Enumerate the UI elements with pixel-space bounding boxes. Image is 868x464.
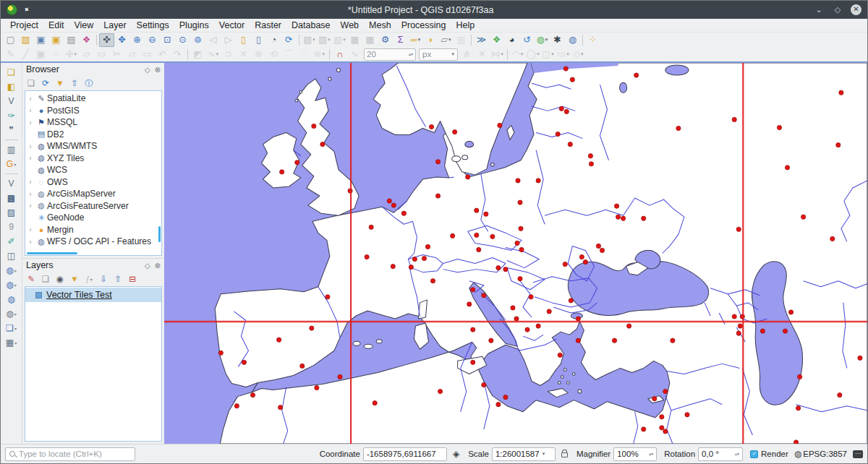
add-geopackage-layer-button[interactable]: G▾	[4, 157, 20, 171]
add-xyz-layer-button[interactable]: ◍▾	[4, 278, 20, 292]
show-statistical-summary-button[interactable]: Σ	[393, 33, 408, 47]
open-layer-styling-button[interactable]: ✎	[25, 273, 38, 285]
map-canvas[interactable]	[164, 63, 867, 444]
magnifier-spinbox[interactable]: 100% ▴▾	[613, 447, 657, 461]
coordinate-input[interactable]: -1658975,6911667	[363, 447, 447, 461]
save-project-button[interactable]: ▣	[33, 33, 48, 47]
locate-search-input[interactable]: Type to locate (Ctrl+K)	[5, 447, 135, 461]
expand-chevron-icon[interactable]: ›	[25, 190, 35, 198]
zoom-in-button[interactable]: ⊕	[129, 33, 145, 47]
python-console-button[interactable]: ≫	[474, 33, 489, 47]
field-calculator-button[interactable]: ▦	[362, 33, 378, 47]
reshape-features-button[interactable]: ⊃	[221, 48, 236, 61]
circle-tool-button[interactable]: ◯▾	[525, 48, 540, 61]
menu-item-raster[interactable]: Raster	[250, 20, 286, 30]
add-hana-layer-button[interactable]: ✐	[4, 234, 20, 249]
browser-item-postgis[interactable]: ›●PostGIS	[25, 105, 161, 117]
regular-polygon-tool-button[interactable]: ◇▾	[571, 48, 586, 61]
deselect-features-button[interactable]: ▧▾	[332, 33, 347, 47]
expand-chevron-icon[interactable]: ›	[25, 225, 35, 233]
simplify-feature-button[interactable]: ⌒	[281, 48, 297, 61]
browser-item-ows[interactable]: ›◌OWS	[25, 176, 161, 189]
minimize-button[interactable]: ⌄	[813, 5, 825, 14]
menu-item-layer[interactable]: Layer	[98, 20, 131, 30]
layer-item-vector-tiles-test[interactable]: Vector Tiles Test	[25, 288, 161, 302]
close-button[interactable]: ✕	[851, 4, 861, 15]
zoom-to-selection-button[interactable]: ⊙	[175, 33, 190, 47]
open-project-button[interactable]: ▨	[18, 33, 33, 47]
menu-item-database[interactable]: Database	[286, 20, 336, 30]
browser-item-db2[interactable]: ▤DB2	[25, 129, 161, 141]
menu-item-view[interactable]: View	[69, 20, 98, 30]
add-virtual-layer-button[interactable]: ▥	[4, 142, 20, 157]
add-mesh-layer-button[interactable]: ✑	[4, 108, 20, 123]
remove-layer-button[interactable]: ⊟	[126, 273, 139, 285]
layers-float-icon[interactable]: ◇	[145, 262, 150, 270]
filter-legend-button[interactable]: ▼	[68, 273, 81, 285]
spinner-arrows-icon[interactable]: ▴▾	[735, 452, 739, 456]
messages-icon[interactable]: ⋯	[853, 450, 863, 458]
save-project-as-button[interactable]: ▣	[48, 33, 64, 47]
zoom-full-button[interactable]: ⊡	[160, 33, 175, 47]
expand-all-layers-button[interactable]: ⇩	[97, 273, 110, 285]
menu-item-processing[interactable]: Processing	[396, 20, 451, 30]
plugin-tools-button[interactable]: ◍▾	[535, 33, 550, 47]
menu-item-plugins[interactable]: Plugins	[174, 20, 214, 30]
browser-item-xyz-tiles[interactable]: ›◍XYZ Tiles	[25, 152, 161, 165]
processing-history-button[interactable]: ↺	[519, 33, 535, 47]
split-features-button[interactable]: ✕	[236, 48, 251, 61]
filter-by-expression-button[interactable]: ƒ▾	[82, 273, 95, 285]
browser-item-wfs-ogc-api-features[interactable]: ›◍WFS / OGC API - Features	[25, 236, 161, 248]
menu-item-vector[interactable]: Vector	[214, 20, 250, 30]
topological-editing-button[interactable]: ⋔	[459, 48, 475, 61]
menu-item-project[interactable]: Project	[5, 20, 43, 30]
circular-string-button[interactable]: ◠▾	[510, 48, 525, 61]
mini-chart-plugin-button[interactable]: ⁘	[585, 33, 600, 47]
menu-item-edit[interactable]: Edit	[43, 20, 69, 30]
pan-map-button[interactable]: ✜	[99, 33, 114, 47]
rotate-feature-button[interactable]: ⟲	[266, 48, 281, 61]
processing-toolbox-button[interactable]: ⚙	[378, 33, 393, 47]
add-spatialite-layer-button[interactable]: V	[4, 176, 20, 191]
stream-digitizing-button[interactable]: ∿▾	[205, 48, 221, 61]
spinner-arrows-icon[interactable]: ▴▾	[649, 452, 653, 456]
layers-close-icon[interactable]: ⊗	[155, 262, 161, 270]
measure-line-button[interactable]: ═▾	[408, 33, 423, 47]
expand-chevron-icon[interactable]: ›	[25, 119, 35, 126]
browser-hscrollbar[interactable]	[27, 252, 77, 254]
menu-item-help[interactable]: Help	[451, 20, 480, 30]
layout-manager-button[interactable]: ▤	[64, 33, 79, 47]
add-wms-wmts-layer-button[interactable]: ◍▾	[4, 263, 20, 278]
new-annotation-button[interactable]: ▱▾	[438, 33, 454, 47]
redo-button[interactable]: ↷	[170, 48, 185, 61]
render-checkbox[interactable]	[750, 450, 758, 458]
expand-chevron-icon[interactable]: ›	[25, 106, 35, 114]
osm-place-search-button[interactable]: ◕	[504, 33, 519, 47]
expand-chevron-icon[interactable]: ›	[25, 142, 35, 150]
add-wfs-layer-button[interactable]: ◍▾	[4, 306, 20, 321]
add-selected-layers-button[interactable]: ❏	[25, 77, 38, 90]
snapping-options-button[interactable]: ⋈▾	[490, 48, 505, 61]
offset-curve-button[interactable]: ≋▾	[312, 48, 327, 61]
expand-chevron-icon[interactable]: ›	[25, 154, 35, 162]
add-arcgis-layer-button[interactable]: ❏▾	[4, 321, 20, 335]
add-virtual-table-button[interactable]: ◫	[4, 249, 20, 263]
map-tips-button[interactable]: ◗	[423, 33, 438, 47]
new-spatial-bookmark-button[interactable]: ▯	[236, 33, 251, 47]
select-features-button[interactable]: ▧▾	[302, 33, 317, 47]
maximize-button[interactable]: ◇	[832, 5, 843, 14]
browser-item-arcgismapserver[interactable]: ›◍ArcGisMapServer	[25, 188, 161, 200]
lock-scale-icon[interactable]	[561, 452, 568, 457]
enable-tracing-button[interactable]: ∿	[347, 48, 362, 61]
filter-browser-button[interactable]: ▼	[54, 77, 67, 90]
snapping-tolerance-spinbox[interactable]: 20▴▾	[364, 48, 416, 61]
open-attribute-table-button[interactable]: ▦	[347, 33, 362, 47]
add-mssql-layer-button[interactable]: ▨	[4, 205, 20, 220]
enable-snapping-button[interactable]: ∩	[332, 48, 347, 61]
ellipse-tool-button[interactable]: ◫▾	[540, 48, 556, 61]
browser-vscrollbar[interactable]	[158, 226, 161, 242]
undo-button[interactable]: ↶	[155, 48, 170, 61]
manage-plugins-button[interactable]: ❖	[489, 33, 504, 47]
refresh-browser-button[interactable]: ⟳	[39, 77, 52, 90]
current-edits-button[interactable]: ✎	[3, 48, 18, 61]
